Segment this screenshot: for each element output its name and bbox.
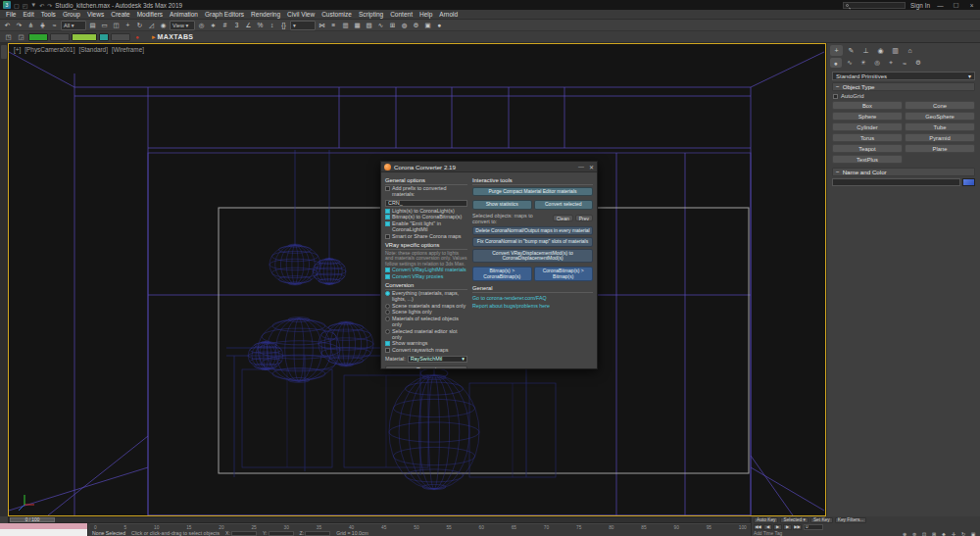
primitive-button[interactable]: Cone <box>905 101 975 110</box>
primitive-button[interactable]: Cylinder <box>832 122 903 131</box>
conversion-radio[interactable]: Selected material editor slot only <box>385 329 467 341</box>
window-crossing-icon[interactable]: ◫ <box>111 21 122 30</box>
percent-snap-icon[interactable]: % <box>255 21 266 30</box>
rayswitch-checkbox[interactable]: Convert rayswitch maps <box>385 348 467 354</box>
new-scene-icon[interactable]: ▢ <box>14 2 20 9</box>
red-dot-icon[interactable]: ● <box>132 32 142 42</box>
track-bar[interactable]: 0510152025303540455055606570758085909510… <box>90 523 751 530</box>
prev-frame-button[interactable]: ◀ <box>763 524 772 530</box>
report-link[interactable]: Report about bugs/problems here <box>472 303 593 309</box>
app-logo[interactable]: 3 <box>3 1 11 9</box>
select-link-icon[interactable]: ⋔ <box>25 21 36 30</box>
menu-item[interactable]: Arnold <box>439 11 458 18</box>
play-button[interactable]: ▶ <box>773 524 782 530</box>
menu-item[interactable]: Edit <box>23 11 33 18</box>
menu-item[interactable]: Group <box>63 11 80 18</box>
layout-tab[interactable] <box>1 45 7 59</box>
selected-dropdown[interactable]: Selected ▾ <box>780 517 808 523</box>
object-color-swatch[interactable] <box>962 178 975 186</box>
orbit-icon[interactable]: ↻ <box>958 531 968 536</box>
angle-snap-icon[interactable]: ∠ <box>243 21 254 30</box>
primitive-button[interactable]: GeoSphere <box>905 112 975 121</box>
use-pivot-center-icon[interactable]: ◎ <box>196 21 207 30</box>
fix-corona-normal-button[interactable]: Fix CoronaNormal in "bump map" slots of … <box>472 237 593 246</box>
select-placement-icon[interactable]: ◉ <box>158 21 169 30</box>
select-scale-icon[interactable]: ◿ <box>146 21 157 30</box>
menu-item[interactable]: Animation <box>170 11 198 18</box>
menu-item[interactable]: Tools <box>41 11 56 18</box>
menu-item[interactable]: Content <box>390 11 413 18</box>
key-filters-button[interactable]: Key Filters... <box>835 517 867 523</box>
primitive-button[interactable]: Teapot <box>832 144 903 153</box>
hierarchy-tab[interactable]: ⊥ <box>859 45 872 56</box>
create-tab[interactable]: + <box>830 45 843 56</box>
convert-button[interactable]: Convert <box>385 365 467 368</box>
name-color-rollout[interactable]: −Name and Color <box>832 168 975 176</box>
selection-filter-dropdown[interactable]: All ▾ <box>61 21 86 30</box>
zoom-all-icon[interactable]: ⊜ <box>909 531 919 536</box>
spinner-snap-icon[interactable]: ↕ <box>267 21 277 30</box>
redo-icon[interactable]: ↷ <box>14 21 24 30</box>
curve-editor-icon[interactable]: ∿ <box>375 21 386 30</box>
menu-item[interactable]: Graph Editors <box>205 11 244 18</box>
convert-displacement-button[interactable]: Convert VRayDisplacementMod(s) to Corona… <box>472 249 593 264</box>
close-button[interactable]: × <box>966 2 977 9</box>
primitive-button[interactable]: Sphere <box>832 112 903 121</box>
modify-tab[interactable]: ✎ <box>845 45 858 56</box>
render-production-icon[interactable]: ● <box>434 21 445 30</box>
set-key-button[interactable]: Set Key <box>810 517 833 523</box>
dark-script-button-2[interactable] <box>111 33 130 41</box>
viewport-plus-menu[interactable]: [+] <box>14 46 21 53</box>
viewport-style-menu[interactable]: [Standard] <box>78 46 108 53</box>
dialog-minimize-button[interactable]: — <box>578 164 584 171</box>
go-to-end-button[interactable]: ▶▶ <box>793 524 802 530</box>
select-rotate-icon[interactable]: ↻ <box>134 21 145 30</box>
restore-button[interactable]: ▢ <box>951 1 961 9</box>
faq-link[interactable]: Go to corona-renderer.com/FAQ <box>472 295 593 301</box>
primitive-button[interactable]: Plane <box>905 144 975 153</box>
align-icon[interactable]: ≡ <box>328 21 339 30</box>
converter-checkbox[interactable]: Smart or Share Corona maps <box>385 234 467 240</box>
helpers-category-icon[interactable]: ⌖ <box>885 58 897 68</box>
named-selection-sets-icon[interactable]: {} <box>278 21 289 30</box>
maxtabs-label[interactable]: MAXTABS <box>158 33 194 40</box>
delete-corona-normal-button[interactable]: Delete CoronaNormal/Output maps in every… <box>472 226 593 235</box>
menu-item[interactable]: Customize <box>321 11 352 18</box>
script-icon-1[interactable]: ◳ <box>3 32 14 42</box>
utilities-tab[interactable]: ⌂ <box>904 45 916 56</box>
listener-script-line[interactable] <box>0 529 87 536</box>
snap-toggle-icon[interactable]: 3 <box>231 21 242 30</box>
zoom-icon[interactable]: ⊕ <box>900 531 909 536</box>
green-swatch-button[interactable] <box>28 33 48 41</box>
open-file-icon[interactable]: ◰ <box>23 2 28 9</box>
go-to-start-button[interactable]: ◀◀ <box>754 524 762 530</box>
current-frame-field[interactable] <box>804 524 823 530</box>
menu-item[interactable]: Create <box>111 11 130 18</box>
select-by-name-icon[interactable]: ▤ <box>87 21 98 30</box>
maxscript-mini-listener[interactable] <box>0 523 88 536</box>
conversion-radio[interactable]: Everything (materials, maps, lights, ...… <box>385 291 467 303</box>
convert-selected-button[interactable]: Convert selected <box>534 200 594 209</box>
rect-selection-region-icon[interactable]: ▭ <box>99 21 110 30</box>
menu-item[interactable]: Modifiers <box>137 11 163 18</box>
maximize-viewport-icon[interactable]: ▣ <box>968 531 978 536</box>
menu-item[interactable]: Help <box>419 11 432 18</box>
display-tab[interactable]: ▥ <box>889 45 902 56</box>
spacewarps-category-icon[interactable]: ≈ <box>899 58 910 68</box>
maxtabs-icon[interactable]: ▸ <box>152 33 156 41</box>
undo-qat-icon[interactable]: ↶ <box>39 2 44 9</box>
z-coordinate-field[interactable] <box>305 531 330 536</box>
object-type-rollout[interactable]: −Object Type <box>832 82 975 91</box>
primitive-button[interactable]: TextPlus <box>832 155 903 164</box>
sign-in-button[interactable]: Sign In <box>910 2 930 9</box>
mirror-icon[interactable]: ⋈ <box>317 21 327 30</box>
viewport-camera-menu[interactable]: [PhysCamera001] <box>24 46 74 53</box>
render-setup-icon[interactable]: ⚙ <box>411 21 421 30</box>
material-editor-icon[interactable]: ◍ <box>399 21 410 30</box>
cameras-category-icon[interactable]: ◎ <box>871 58 883 68</box>
named-sets-dropdown[interactable]: ▾ <box>290 21 316 30</box>
lime-swatch-button[interactable] <box>72 33 97 41</box>
scene-explorer-icon[interactable]: ▥ <box>340 21 351 30</box>
clean-button[interactable]: Clean <box>553 215 573 221</box>
show-statistics-button[interactable]: Show statistics <box>472 200 532 209</box>
